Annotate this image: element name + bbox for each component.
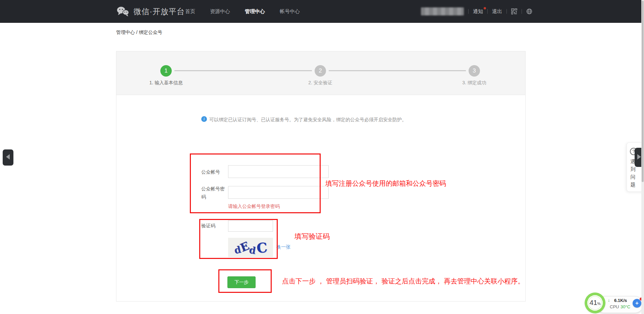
chevron-left-icon	[6, 154, 10, 160]
annotation-text-next: 点击下一步 ， 管理员扫码验证， 验证之后点击完成， 再去管理中心关联小程序。	[282, 277, 524, 286]
cpu-label: CPU	[610, 304, 619, 309]
next-step-button[interactable]: 下一步	[227, 276, 256, 288]
topbar	[0, 0, 644, 23]
divider	[522, 9, 522, 14]
divider	[506, 9, 507, 14]
divider	[487, 9, 488, 14]
step-connector	[329, 70, 466, 71]
globe-language-icon[interactable]	[526, 8, 532, 14]
qr-code-icon[interactable]	[511, 8, 517, 14]
nav-item-account-center[interactable]: 帐号中心	[280, 8, 300, 15]
captcha-input[interactable]	[228, 220, 273, 232]
step-1-circle: 1	[160, 65, 172, 77]
download-speed-value: 6.1K/s	[614, 298, 627, 303]
notifications-link[interactable]: 通知	[473, 8, 483, 15]
account-field-label: 公众帐号	[201, 169, 228, 175]
gauge-percent-unit: %	[597, 302, 601, 306]
captcha-image: d E d C	[228, 238, 273, 257]
step-1-label: 1. 输入基本信息	[139, 80, 193, 86]
password-error-text: 请输入公众帐号登录密码	[228, 204, 280, 210]
annotation-text-captcha: 填写验证码	[294, 232, 330, 241]
step-3-circle: 3	[469, 65, 480, 77]
memory-usage-gauge[interactable]: 41 %	[585, 293, 605, 313]
nav-item-home[interactable]: 首页	[185, 8, 195, 15]
password-field-label: 公众帐号密码	[201, 185, 227, 201]
info-icon: i	[201, 116, 207, 122]
help-panel-text: 到	[630, 166, 636, 173]
notification-badge-dot	[484, 7, 486, 9]
account-name-redacted[interactable]	[421, 7, 464, 15]
bind-tip-text: 可以绑定已认证订阅号、已认证服务号。为了避免安全风险，绑定的公众号必须开启安全防…	[209, 117, 407, 123]
step-2-label: 2. 安全验证	[293, 80, 347, 86]
step-3-label: 3. 绑定成功	[447, 80, 501, 86]
captcha-refresh-link[interactable]: 换一张	[276, 244, 290, 250]
help-panel-text: 题	[630, 182, 636, 188]
download-arrow-icon: ↓	[608, 298, 610, 303]
breadcrumb: 管理中心 / 绑定公众号	[116, 30, 162, 36]
scrollbar-thumb[interactable]	[642, 1, 644, 182]
nav-item-management-center[interactable]: 管理中心	[245, 8, 265, 15]
captcha-char: C	[256, 239, 268, 256]
divider	[468, 9, 469, 14]
main-nav: 首页 资源中心 管理中心 帐号中心	[185, 0, 300, 23]
wechat-logo-icon	[116, 5, 129, 17]
help-panel-text: 问	[630, 174, 636, 180]
password-input[interactable]	[228, 186, 329, 199]
captcha-char: d	[248, 244, 256, 256]
brand: 微信·开放平台	[116, 0, 185, 23]
brand-title: 微信·开放平台	[133, 6, 185, 17]
logout-link[interactable]: 退出	[492, 8, 502, 15]
account-input[interactable]	[228, 165, 329, 178]
chevron-right-icon	[637, 154, 641, 160]
nav-item-resource-center[interactable]: 资源中心	[210, 8, 230, 15]
step-connector	[174, 70, 312, 71]
cpu-temperature-value: 30°C	[621, 304, 630, 309]
topbar-right: 通知 退出	[421, 0, 532, 23]
annotation-text-account: 填写注册公众号使用的邮箱和公众号密码	[325, 179, 446, 188]
captcha-field-label: 验证码	[201, 223, 228, 229]
step-2-circle: 2	[315, 65, 326, 77]
gauge-percent-value: 41	[589, 299, 597, 307]
